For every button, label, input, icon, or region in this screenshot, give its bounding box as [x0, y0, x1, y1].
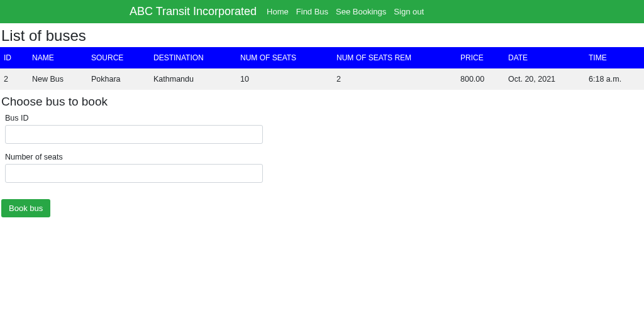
navbar: ABC Transit Incorporated Home Find Bus S… — [0, 0, 644, 23]
th-date: DATE — [504, 47, 585, 68]
th-price: PRICE — [457, 47, 504, 68]
num-seats-label: Number of seats — [5, 153, 639, 161]
th-destination: DESTINATION — [150, 47, 236, 68]
nav-links: Home Find Bus See Bookings Sign out — [267, 7, 424, 16]
table-header-row: ID NAME SOURCE DESTINATION NUM OF SEATS … — [0, 47, 644, 68]
th-num-seats-rem: NUM OF SEATS REM — [333, 47, 457, 68]
table-row: 2 New Bus Pokhara Kathmandu 10 2 800.00 … — [0, 68, 644, 90]
td-num-seats-rem: 2 — [333, 68, 457, 90]
brand-link[interactable]: ABC Transit Incorporated — [130, 5, 257, 18]
th-num-seats: NUM OF SEATS — [236, 47, 333, 68]
booking-form: Bus ID Number of seats — [0, 114, 644, 183]
form-group-busid: Bus ID — [5, 114, 639, 144]
td-num-seats: 10 — [236, 68, 333, 90]
td-destination: Kathmandu — [150, 68, 236, 90]
nav-findbus[interactable]: Find Bus — [296, 7, 328, 16]
td-time: 6:18 a.m. — [585, 68, 644, 90]
bus-id-input[interactable] — [5, 125, 263, 144]
td-name: New Bus — [28, 68, 87, 90]
form-group-numseats: Number of seats — [5, 153, 639, 183]
td-price: 800.00 — [457, 68, 504, 90]
td-date: Oct. 20, 2021 — [504, 68, 585, 90]
navbar-inner: ABC Transit Incorporated Home Find Bus S… — [130, 5, 424, 18]
td-source: Pokhara — [87, 68, 150, 90]
bus-id-label: Bus ID — [5, 114, 639, 122]
book-bus-button[interactable]: Book bus — [1, 199, 50, 217]
th-source: SOURCE — [87, 47, 150, 68]
nav-home[interactable]: Home — [267, 7, 289, 16]
th-name: NAME — [28, 47, 87, 68]
td-id: 2 — [0, 68, 28, 90]
choose-title: Choose bus to book — [1, 95, 644, 109]
th-id: ID — [0, 47, 28, 68]
th-time: TIME — [585, 47, 644, 68]
page-title: List of buses — [1, 27, 644, 45]
num-seats-input[interactable] — [5, 164, 263, 183]
nav-seebookings[interactable]: See Bookings — [336, 7, 386, 16]
nav-signout[interactable]: Sign out — [394, 7, 424, 16]
bus-table: ID NAME SOURCE DESTINATION NUM OF SEATS … — [0, 47, 644, 90]
